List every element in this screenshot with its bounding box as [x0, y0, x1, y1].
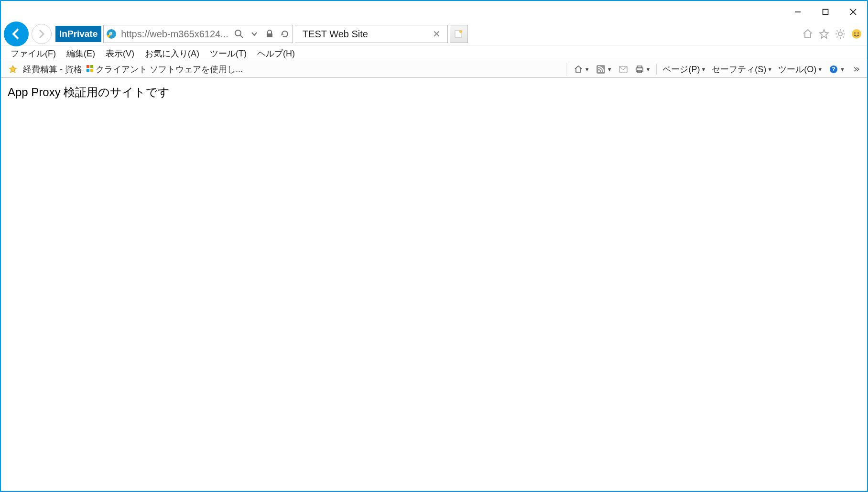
lock-icon[interactable] [264, 28, 275, 40]
home-icon [573, 64, 584, 75]
svg-rect-13 [87, 65, 89, 68]
minimize-button[interactable] [784, 1, 812, 22]
fav-link-1-label: 経費精算 - 資格 [23, 64, 82, 75]
menu-bar: ファイル(F) 編集(E) 表示(V) お気に入り(A) ツール(T) ヘルプ(… [1, 45, 867, 61]
page-heading: App Proxy 検証用のサイトです [8, 85, 860, 100]
refresh-icon[interactable] [279, 28, 291, 40]
svg-point-9 [838, 32, 842, 36]
cmd-page-label: ページ(P) [662, 64, 700, 75]
star-icon[interactable] [817, 27, 831, 41]
address-url-text: https://web-m365x6124... [119, 29, 231, 40]
svg-line-5 [240, 35, 243, 38]
close-window-button[interactable] [839, 1, 867, 22]
menu-edit[interactable]: 編集(E) [64, 47, 98, 60]
mail-icon [618, 64, 629, 75]
menu-view[interactable]: 表示(V) [103, 47, 137, 60]
utility-icons [801, 27, 867, 41]
home-icon[interactable] [801, 27, 814, 41]
add-favorite-icon[interactable] [7, 65, 19, 74]
svg-point-4 [235, 30, 241, 36]
chevron-down-icon: ▼ [840, 66, 845, 72]
cmd-safety[interactable]: セーフティ(S) ▼ [710, 63, 774, 76]
cmd-home[interactable]: ▼ [571, 63, 592, 76]
back-button[interactable] [4, 22, 29, 46]
navigation-bar: InPrivate https://web-m365x6124... TEST … [1, 22, 867, 45]
fav-link-1[interactable]: 経費精算 - 資格 [19, 64, 84, 75]
title-bar [1, 1, 867, 22]
cmd-tools[interactable]: ツール(O) ▼ [776, 63, 825, 76]
cmd-feeds[interactable]: ▼ [594, 63, 614, 76]
chevron-down-icon: ▼ [701, 66, 706, 72]
cmd-help[interactable]: ? ▼ [826, 63, 847, 76]
svg-point-10 [852, 29, 861, 39]
cmd-mail[interactable] [616, 63, 630, 76]
inprivate-badge: InPrivate [55, 26, 101, 42]
menu-help[interactable]: ヘルプ(H) [254, 47, 298, 60]
browser-tab[interactable]: TEST Web Site ✕ [295, 25, 448, 43]
help-icon: ? [828, 64, 839, 75]
favorites-command-bar: 経費精算 - 資格 クライアント ソフトウェアを使用し... ▼ ▼ ▼ ページ… [1, 61, 867, 78]
forward-button[interactable] [32, 24, 52, 44]
smiley-icon[interactable] [850, 27, 863, 41]
cmd-overflow[interactable] [849, 63, 863, 76]
chevron-down-icon: ▼ [607, 66, 612, 72]
cmd-safety-label: セーフティ(S) [712, 64, 766, 75]
fav-link-2[interactable]: クライアント ソフトウェアを使用し... [84, 64, 245, 75]
gear-icon[interactable] [834, 27, 847, 41]
svg-rect-6 [267, 33, 272, 37]
ie-logo-icon [106, 28, 117, 40]
svg-point-11 [854, 33, 856, 34]
chevron-down-icon: ▼ [646, 66, 651, 72]
cmd-tools-label: ツール(O) [778, 64, 816, 75]
new-tab-button[interactable] [450, 25, 468, 43]
tab-close-button[interactable]: ✕ [431, 28, 443, 40]
svg-rect-15 [87, 69, 89, 72]
address-bar[interactable]: https://web-m365x6124... [103, 25, 293, 43]
svg-point-8 [459, 30, 462, 33]
search-icon[interactable] [233, 28, 245, 40]
page-content: App Proxy 検証用のサイトです [1, 78, 867, 107]
chevron-down-icon: ▼ [585, 66, 590, 72]
chevron-down-icon: ▼ [817, 66, 823, 72]
dropdown-icon[interactable] [249, 28, 260, 40]
command-bar: ▼ ▼ ▼ ページ(P) ▼ セーフティ(S) ▼ ツール(O) ▼ ? ▼ [566, 63, 867, 76]
maximize-button[interactable] [812, 1, 839, 22]
menu-favorites[interactable]: お気に入り(A) [142, 47, 202, 60]
svg-rect-21 [636, 68, 643, 71]
chevron-down-icon: ▼ [767, 66, 772, 72]
fav-link-2-label: クライアント ソフトウェアを使用し... [96, 64, 243, 75]
rss-icon [596, 64, 606, 75]
svg-point-18 [598, 70, 600, 72]
svg-rect-1 [823, 9, 828, 14]
menu-tools[interactable]: ツール(T) [207, 47, 250, 60]
ms-logo-icon [86, 65, 94, 75]
tab-title: TEST Web Site [300, 29, 431, 40]
svg-rect-16 [90, 69, 93, 72]
separator [656, 64, 657, 75]
svg-rect-14 [90, 65, 93, 68]
printer-icon [634, 64, 645, 75]
cmd-print[interactable]: ▼ [632, 63, 653, 76]
menu-file[interactable]: ファイル(F) [8, 47, 59, 60]
chevron-right-icon [851, 64, 861, 75]
svg-text:?: ? [832, 66, 835, 73]
cmd-page[interactable]: ページ(P) ▼ [661, 63, 708, 76]
svg-point-12 [857, 33, 859, 34]
